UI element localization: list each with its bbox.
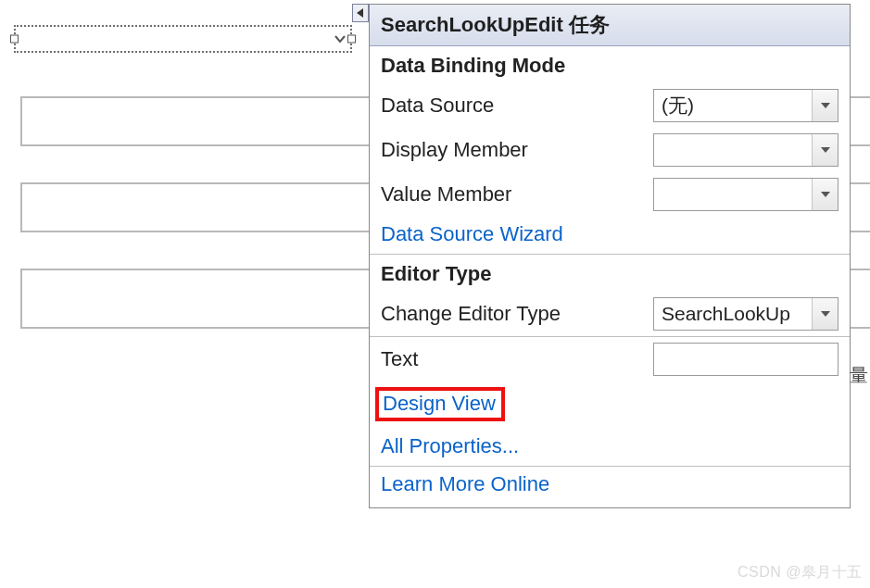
resize-handle-left[interactable] — [10, 35, 19, 44]
combo-value-member[interactable] — [653, 178, 838, 211]
link-data-source-wizard[interactable]: Data Source Wizard — [381, 222, 563, 246]
label-display-member: Display Member — [381, 138, 644, 162]
link-learn-more-online[interactable]: Learn More Online — [381, 472, 549, 496]
link-design-view[interactable]: Design View — [375, 387, 505, 421]
chevron-down-icon[interactable] — [812, 298, 838, 330]
selected-searchlookupedit-control[interactable] — [14, 25, 352, 53]
smart-tag-glyph[interactable] — [352, 4, 369, 22]
chevron-down-icon[interactable] — [812, 90, 838, 121]
textbox-text[interactable] — [653, 343, 838, 376]
link-all-properties[interactable]: All Properties... — [381, 434, 519, 458]
label-change-editor-type: Change Editor Type — [381, 302, 644, 326]
combo-change-editor-type-value: SearchLookUp — [654, 303, 812, 325]
section-data-binding: Data Binding Mode — [370, 46, 850, 83]
row-value-member: Value Member — [370, 172, 850, 217]
combo-data-source[interactable]: (无) — [653, 89, 838, 122]
row-data-source: Data Source (无) — [370, 83, 850, 128]
watermark: CSDN @皋月十五 — [738, 563, 863, 582]
row-change-editor-type: Change Editor Type SearchLookUp — [370, 292, 850, 336]
section-editor-type: Editor Type — [370, 255, 850, 292]
combo-change-editor-type[interactable]: SearchLookUp — [653, 297, 838, 331]
row-display-member: Display Member — [370, 128, 850, 172]
stray-character: 量 — [850, 363, 868, 388]
combo-data-source-value: (无) — [654, 93, 812, 119]
combo-display-member[interactable] — [653, 133, 838, 167]
chevron-down-icon[interactable] — [812, 179, 838, 210]
chevron-down-icon[interactable] — [812, 134, 838, 166]
panel-title: SearchLookUpEdit 任务 — [370, 5, 850, 46]
row-text: Text — [370, 337, 850, 382]
label-text: Text — [381, 347, 644, 371]
resize-handle-right[interactable] — [347, 35, 356, 44]
label-data-source: Data Source — [381, 94, 644, 118]
smart-tag-panel: SearchLookUpEdit 任务 Data Binding Mode Da… — [369, 4, 851, 508]
label-value-member: Value Member — [381, 182, 644, 206]
